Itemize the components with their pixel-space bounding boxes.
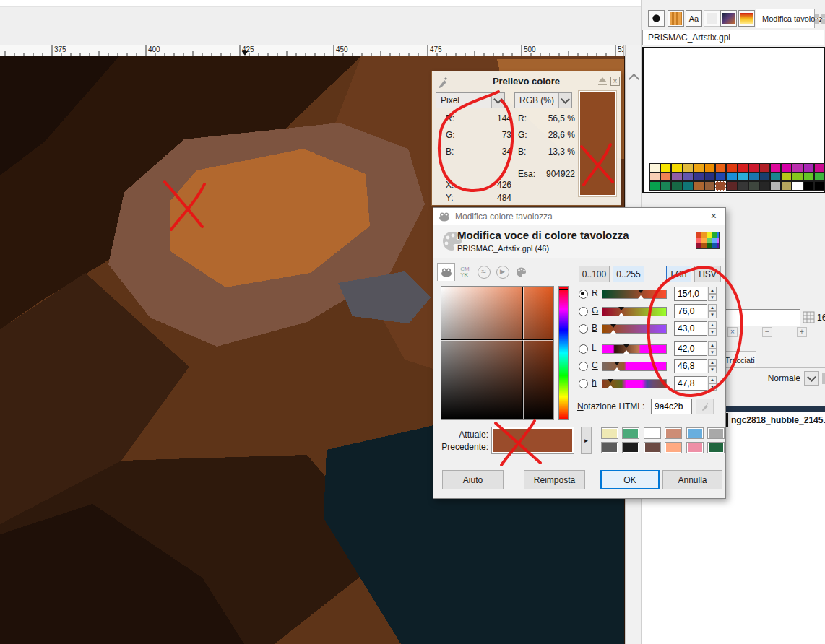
palette-swatch-selected[interactable] xyxy=(715,181,726,191)
palette-swatch[interactable] xyxy=(748,173,759,182)
history-swatch[interactable] xyxy=(686,442,704,453)
radio-g[interactable] xyxy=(579,307,588,316)
slider-track-b[interactable] xyxy=(602,324,667,334)
palette-swatch[interactable] xyxy=(671,173,682,182)
mode-lch-button[interactable]: LCh xyxy=(666,266,691,282)
history-swatch[interactable] xyxy=(622,442,639,453)
palette-swatch[interactable] xyxy=(770,163,781,173)
palette-swatch[interactable] xyxy=(660,163,671,173)
html-notation-entry[interactable] xyxy=(651,399,692,414)
slider-track-r[interactable] xyxy=(602,290,667,299)
history-swatch[interactable] xyxy=(644,427,661,439)
radio-h[interactable] xyxy=(579,379,588,388)
range-0-100-button[interactable]: 0..100 xyxy=(579,266,610,282)
palette-swatch[interactable] xyxy=(660,173,671,182)
palette-swatch[interactable] xyxy=(683,181,694,191)
layer-mode-dropdown[interactable] xyxy=(804,371,819,386)
palette-swatch[interactable] xyxy=(704,181,715,191)
slider-track-l[interactable] xyxy=(602,344,667,354)
detach-icon[interactable] xyxy=(597,77,608,86)
delete-palette-button[interactable]: × xyxy=(727,327,738,337)
tab-gimp-picker[interactable] xyxy=(437,263,455,281)
history-swatch[interactable] xyxy=(707,427,725,439)
format-select[interactable]: RGB (%) xyxy=(514,92,572,108)
history-swatch[interactable] xyxy=(665,427,682,439)
palette-swatch[interactable] xyxy=(803,173,814,182)
spin-arrows[interactable]: ▲▼ xyxy=(708,321,717,336)
mode-hsv-button[interactable]: HSV xyxy=(694,266,721,282)
close-icon[interactable]: × xyxy=(610,77,620,86)
zoom-out-palette-button[interactable]: − xyxy=(762,327,772,337)
palette-swatch[interactable] xyxy=(660,181,671,191)
reset-button[interactable]: Reimposta xyxy=(524,470,585,489)
color-square[interactable] xyxy=(441,286,554,420)
close-icon[interactable]: × xyxy=(711,210,717,222)
slider-track-c[interactable] xyxy=(602,362,667,371)
dialog-titlebar[interactable]: Modifica colore tavolozza × xyxy=(433,208,725,225)
palette-swatch[interactable] xyxy=(726,181,737,191)
palette-swatch[interactable] xyxy=(694,163,704,173)
history-swatch[interactable] xyxy=(644,442,661,453)
palette-swatch[interactable] xyxy=(726,163,737,173)
radio-b[interactable] xyxy=(579,324,588,334)
spinbox-c[interactable] xyxy=(674,359,707,373)
palette-swatch[interactable] xyxy=(759,173,770,182)
palette-swatch[interactable] xyxy=(649,173,660,182)
palette-swatch[interactable] xyxy=(683,173,694,182)
radio-c[interactable] xyxy=(579,362,588,371)
history-swatch[interactable] xyxy=(601,427,618,439)
history-swatch[interactable] xyxy=(601,442,618,453)
palette-swatch[interactable] xyxy=(792,163,803,173)
palette-swatch[interactable] xyxy=(704,173,715,182)
help-button[interactable]: Aiuto xyxy=(442,470,504,489)
palette-swatch[interactable] xyxy=(649,163,660,173)
history-swatch[interactable] xyxy=(686,427,704,439)
configure-tab-icon[interactable] xyxy=(814,13,825,25)
palette-swatch[interactable] xyxy=(704,163,715,173)
palette-swatch[interactable] xyxy=(792,181,803,191)
history-swatch[interactable] xyxy=(622,427,639,439)
palette-swatch[interactable] xyxy=(683,163,694,173)
palette-swatch[interactable] xyxy=(694,173,704,182)
slider-track-g[interactable] xyxy=(602,307,667,316)
document-history-tab[interactable] xyxy=(704,10,720,27)
spinbox-l[interactable] xyxy=(674,341,707,356)
radio-r[interactable] xyxy=(579,290,588,299)
palette-swatch[interactable] xyxy=(738,173,748,182)
palette-swatch[interactable] xyxy=(781,163,792,173)
palette-swatch[interactable] xyxy=(781,173,792,182)
slider-track-h[interactable] xyxy=(602,379,667,388)
zoom-in-palette-button[interactable]: + xyxy=(797,327,807,337)
palette-swatch[interactable] xyxy=(694,181,704,191)
hue-bar[interactable] xyxy=(558,286,569,420)
spin-arrows[interactable]: ▲▼ xyxy=(708,341,717,356)
layer-name[interactable]: ngc2818_hubble_2145.jpg xyxy=(731,415,825,425)
palette-swatch[interactable] xyxy=(759,163,770,173)
radio-l[interactable] xyxy=(579,344,588,354)
palette-swatch[interactable] xyxy=(748,163,759,173)
palette-swatch[interactable] xyxy=(770,181,781,191)
palette-swatch[interactable] xyxy=(792,173,803,182)
spinbox-r[interactable] xyxy=(674,287,707,301)
palette-swatch[interactable] xyxy=(781,181,792,191)
palette-swatch[interactable] xyxy=(814,181,825,191)
scroll-up-icon[interactable] xyxy=(629,74,640,85)
palette-swatch[interactable] xyxy=(759,181,770,191)
spin-arrows[interactable]: ▲▼ xyxy=(708,287,717,301)
palette-name-entry[interactable]: PRISMAC_Artstix.gpl xyxy=(642,30,824,45)
patterns-tab[interactable] xyxy=(668,10,684,27)
tab-modifica-tavolozza[interactable]: Modifica tavolozza xyxy=(756,9,815,28)
palette-swatch[interactable] xyxy=(814,173,825,182)
palette-swatch[interactable] xyxy=(726,173,737,182)
palette-swatch[interactable] xyxy=(671,181,682,191)
ok-button[interactable]: OK xyxy=(600,470,660,489)
history-expand-button[interactable]: ► xyxy=(581,427,592,454)
palette-swatch[interactable] xyxy=(738,163,748,173)
tab-watercolor-picker[interactable]: ≈ xyxy=(475,263,493,281)
spin-arrows[interactable]: ▲▼ xyxy=(708,359,717,373)
tab-tracciati[interactable]: Tracciati xyxy=(723,351,756,368)
tab-palette-picker[interactable] xyxy=(512,263,530,281)
pick-color-button[interactable] xyxy=(696,399,714,414)
palette-swatch[interactable] xyxy=(671,163,682,173)
palette-swatch[interactable] xyxy=(748,181,759,191)
